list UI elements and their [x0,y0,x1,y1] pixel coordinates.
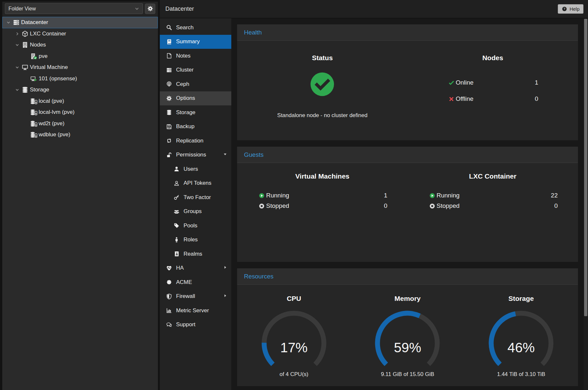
menu-item-firewall[interactable]: Firewall [160,289,231,304]
tree-item-label: LXC Container [30,31,66,37]
main-row: SearchSummaryNotesClusterCephOptionsStor… [160,18,588,390]
node-row-value: 0 [535,95,538,102]
tree-item-label: Nodes [30,42,46,48]
database-drive-icon [29,98,39,105]
comments-icon [165,322,173,328]
gauge-title: Storage [508,294,534,303]
tree-item-wdblue-pve[interactable]: wdblue (pve) [2,129,158,141]
help-label: Help [569,6,580,12]
menu-item-label: Users [184,166,198,172]
menu-item-permissions[interactable]: Permissions [160,148,231,162]
tree-item-wd2t-pve[interactable]: wd2t (pve) [2,118,158,129]
menu-item-two-factor[interactable]: Two Factor [160,190,231,205]
note-icon [165,53,173,59]
guests-panel-title: Guests [237,147,578,163]
menu-item-label: Pools [184,222,198,229]
menu-item-label: Summary [176,38,200,45]
menu-item-support[interactable]: Support [160,318,231,332]
menu-item-summary[interactable]: Summary [160,35,231,49]
menu-item-label: Notes [176,53,190,59]
scrollbar-thumb[interactable] [584,19,587,316]
chevron-collapsed-icon[interactable] [14,32,20,36]
tree-item-storage[interactable]: Storage [2,84,158,96]
gauge-title: CPU [287,294,301,303]
menu-item-groups[interactable]: Groups [160,205,231,219]
menu-item-pools[interactable]: Pools [160,219,231,233]
gauge-percent: 46% [485,340,557,356]
tree-item-label: local (pve) [39,98,64,104]
resource-tree: DatacenterLXC ContainerNodespveVirtual M… [2,16,158,141]
chevron-expanded-icon[interactable] [14,43,20,47]
bar-chart-icon [165,307,173,314]
content-header: Datacenter ? Help [160,0,588,18]
menu-item-roles[interactable]: Roles [160,233,231,247]
help-button[interactable]: ? Help [558,4,583,14]
tree-item-pve[interactable]: pve [2,51,158,62]
tree-item-label: Storage [30,87,49,93]
menu-item-label: HA [176,265,184,271]
tree-item-label: local-lvm (pve) [39,109,75,115]
heartbeat-icon [165,265,173,271]
menu-item-replication[interactable]: Replication [160,134,231,148]
tree-toolbar: Folder View [2,2,158,16]
gauge-percent: 17% [258,340,330,356]
guests-column-virtual-machines: Virtual MachinesRunning1Stopped0 [237,163,408,262]
menu-item-backup[interactable]: Backup [160,120,231,134]
tree-settings-button[interactable] [145,4,155,14]
menu-item-cluster[interactable]: Cluster [160,63,231,77]
tree-item-label: pve [39,53,47,60]
menu-item-ceph[interactable]: Ceph [160,77,231,91]
guest-rows: Running1Stopped0 [257,190,387,211]
node-row-online: Online1 [447,74,538,91]
chevron-expanded-icon[interactable] [6,20,11,25]
tree-item-local-pve[interactable]: local (pve) [2,96,158,107]
tree-item-101-opnsense[interactable]: 101 (opnsense) [2,73,158,85]
floppy-icon [165,124,173,130]
menu-item-ha[interactable]: HA [160,261,231,276]
key-icon [173,194,180,200]
retweet-icon [165,138,173,144]
users-icon [173,208,180,215]
menu-item-options[interactable]: Options [160,91,231,106]
tree-item-label: Datacenter [21,19,48,26]
menu-item-storage[interactable]: Storage [160,105,231,120]
menu-item-label: Two Factor [184,194,211,201]
menu-item-notes[interactable]: Notes [160,49,231,63]
menu-item-label: Backup [176,123,195,130]
tree-item-virtual-machine[interactable]: Virtual Machine [2,62,158,73]
user-outline-icon [173,180,180,186]
chevron-expanded-icon[interactable] [14,65,20,70]
menu-item-label: Roles [184,236,198,243]
menu-item-label: Support [176,321,196,328]
node-row-label: Online [456,79,535,86]
health-panel: Health Status Standalone node - no clust… [237,24,578,141]
menu-item-acme[interactable]: ACME [160,275,231,289]
menu-item-search[interactable]: Search [160,20,231,35]
nodes-title: Nodes [482,54,503,62]
menu-item-users[interactable]: Users [160,162,231,176]
menu-item-realms[interactable]: Realms [160,247,231,261]
database-drive-icon [29,131,39,138]
content-scrollbar[interactable] [583,18,588,390]
chevron-expanded-icon[interactable] [14,87,20,92]
tree-item-nodes[interactable]: Nodes [2,39,158,51]
view-mode-select[interactable]: Folder View [5,3,143,14]
building-icon [20,41,30,48]
menu-item-metric-server[interactable]: Metric Server [160,303,231,318]
resource-gauge-memory: Memory59%9.11 GiB of 15.50 GiB [351,285,465,386]
resource-tree-panel: Folder View DatacenterLXC ContainerNodes… [0,0,158,390]
tree-item-label: Virtual Machine [30,64,68,71]
tree-item-label: wd2t (pve) [39,120,64,127]
tree-item-lxc-container[interactable]: LXC Container [2,28,158,40]
book-icon [165,39,173,45]
tree-item-label: wdblue (pve) [39,131,70,138]
tree-item-label: 101 (opnsense) [39,75,77,82]
menu-item-api-tokens[interactable]: API Tokens [160,176,231,191]
status-ok-icon [309,71,336,99]
tree-item-datacenter[interactable]: Datacenter [2,17,158,28]
menu-item-label: Replication [176,138,203,144]
guest-rows: Running22Stopped0 [428,190,558,211]
menu-item-label: Firewall [176,293,195,300]
running-icon [428,193,437,199]
tree-item-local-lvm-pve[interactable]: local-lvm (pve) [2,107,158,118]
